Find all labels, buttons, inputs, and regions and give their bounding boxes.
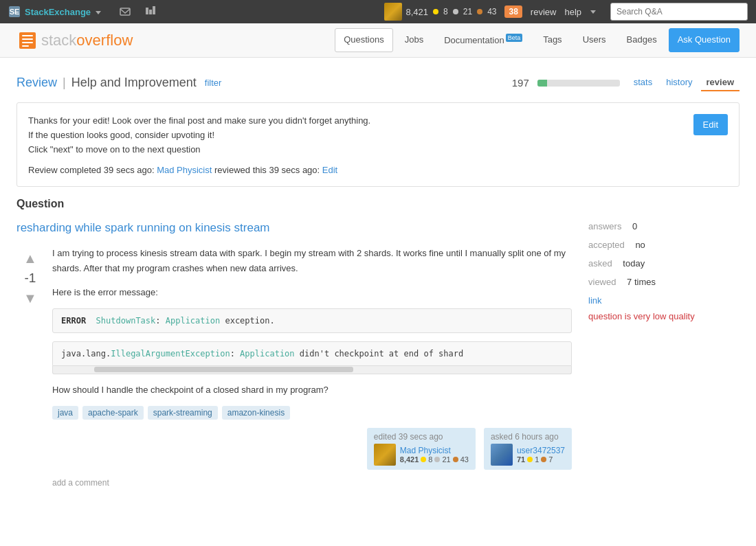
topbar-icons xyxy=(115,2,159,21)
add-comment-link[interactable]: add a comment xyxy=(52,478,572,488)
asked-user-rep: 71 xyxy=(517,455,525,464)
tag-apache-spark[interactable]: apache-spark xyxy=(82,406,144,420)
question-area: resharding while spark running on kinesi… xyxy=(16,221,740,487)
edited-user-name[interactable]: Mad Physicist xyxy=(400,446,451,455)
edited-user-details: Mad Physicist 8,421 8 21 43 xyxy=(400,446,469,464)
nav-jobs[interactable]: Jobs xyxy=(396,28,432,52)
body-paragraph-3: How should I handle the checkpoint of a … xyxy=(52,383,572,398)
user-avatar-small xyxy=(384,3,402,21)
tag-spark-streaming[interactable]: spark-streaming xyxy=(148,406,218,420)
downvote-button[interactable]: ▼ xyxy=(21,288,40,308)
tab-stats[interactable]: stats xyxy=(628,74,658,91)
review-tabs: stats history review xyxy=(628,74,740,91)
svg-rect-5 xyxy=(149,10,152,14)
tab-history[interactable]: history xyxy=(660,74,698,91)
edited-gold-count: 8 xyxy=(428,455,432,464)
stat-asked: asked today xyxy=(588,258,740,269)
progress-fill xyxy=(537,80,547,87)
viewed-value: 7 times xyxy=(627,277,656,287)
post-text: I am trying to process kinesis stream da… xyxy=(52,246,572,299)
asked-bronze-count: 7 xyxy=(548,455,553,464)
notice-content: Thanks for your edit! Look over the fina… xyxy=(28,114,682,175)
nav-questions[interactable]: Questions xyxy=(335,28,393,52)
nav-ask-question[interactable]: Ask Question xyxy=(669,28,740,52)
code-block-2: java.lang.IllegalArgumentException: Appl… xyxy=(52,341,572,374)
svg-rect-11 xyxy=(22,42,33,43)
help-link[interactable]: help xyxy=(564,7,581,17)
main-header: stackoverflow Questions Jobs Documentati… xyxy=(0,23,756,58)
answers-label: answers xyxy=(588,221,621,231)
review-breadcrumb-link[interactable]: Review xyxy=(16,76,57,90)
review-link[interactable]: review xyxy=(531,7,557,17)
so-logo[interactable]: stackoverflow xyxy=(16,30,133,52)
achievements-icon[interactable] xyxy=(140,2,159,21)
notice-review-info: Review completed 39 secs ago: Mad Physic… xyxy=(28,165,682,175)
progress-count: 197 xyxy=(512,77,529,89)
question-sidebar: answers 0 accepted no asked today viewed… xyxy=(588,221,740,487)
nav-documentation[interactable]: DocumentationBeta xyxy=(435,28,531,52)
nav-badges[interactable]: Badges xyxy=(618,28,666,52)
tag-amazon-kinesis[interactable]: amazon-kinesis xyxy=(222,406,290,420)
body-paragraph-1: I am trying to process kinesis stream da… xyxy=(52,246,572,276)
review-filter-link[interactable]: filter xyxy=(205,78,222,88)
reviewer-link[interactable]: Mad Physicist xyxy=(157,165,212,175)
tag-java[interactable]: java xyxy=(52,406,78,420)
asked-user-avatar xyxy=(491,444,513,466)
nav-tags[interactable]: Tags xyxy=(534,28,570,52)
accepted-value: no xyxy=(635,240,645,250)
dropdown-icon xyxy=(95,9,102,16)
edited-user-info: Mad Physicist 8,421 8 21 43 xyxy=(374,444,469,466)
edited-user-badges: 8,421 8 21 43 xyxy=(400,455,469,464)
review-queue-title: Help and Improvement xyxy=(71,76,197,90)
page-content: Review | Help and Improvement filter 197… xyxy=(0,58,756,488)
question-link-sidebar[interactable]: link xyxy=(588,295,740,306)
stackexchange-logo[interactable]: SE StackExchange xyxy=(8,5,102,18)
stat-accepted: accepted no xyxy=(588,240,740,250)
svg-rect-3 xyxy=(120,8,130,15)
brand-name: StackExchange xyxy=(25,7,91,17)
so-logo-text: stackoverflow xyxy=(41,32,133,49)
reviewed-text: reviewed this 39 secs ago: xyxy=(214,165,320,175)
svg-rect-10 xyxy=(22,38,33,40)
asked-user-name[interactable]: user3472537 xyxy=(517,446,565,455)
svg-marker-7 xyxy=(590,10,596,14)
review-count-badge[interactable]: 38 xyxy=(504,5,522,18)
section-title: Question xyxy=(16,198,740,210)
answers-value: 0 xyxy=(632,221,637,231)
notice-line2: If the question looks good, consider upv… xyxy=(28,128,682,143)
so-logo-icon xyxy=(16,30,38,52)
gold-dot xyxy=(433,9,438,14)
tab-review[interactable]: review xyxy=(701,74,740,91)
review-separator: | xyxy=(63,76,66,90)
stat-answers: answers 0 xyxy=(588,221,740,231)
post-body: I am trying to process kinesis stream da… xyxy=(52,246,572,487)
quality-link[interactable]: question is very low quality xyxy=(588,311,740,321)
edited-user-avatar xyxy=(374,444,396,466)
question-title-link[interactable]: resharding while spark running on kinesi… xyxy=(16,221,572,235)
asked-gold-dot xyxy=(527,457,533,462)
code-scrollbar-thumb xyxy=(94,367,353,372)
edited-silver-count: 21 xyxy=(442,455,450,464)
review-progress: 197 stats history review xyxy=(512,74,740,91)
review-action-link[interactable]: Edit xyxy=(322,165,337,175)
upvote-button[interactable]: ▲ xyxy=(21,249,40,268)
edit-button[interactable]: Edit xyxy=(693,114,728,135)
question-post: ▲ -1 ▼ I am trying to process kinesis st… xyxy=(16,246,572,487)
notice-line3: Click "next" to move on to the next ques… xyxy=(28,143,682,157)
nav-users[interactable]: Users xyxy=(574,28,615,52)
asked-user-info: user3472537 71 1 7 xyxy=(491,444,565,466)
bronze-dot xyxy=(477,9,482,14)
asked-user-badges: 71 1 7 xyxy=(517,455,565,464)
svg-marker-2 xyxy=(96,11,101,14)
notice-box: Thanks for your edit! Look over the fina… xyxy=(16,102,740,187)
code-scrollbar[interactable] xyxy=(52,366,572,374)
inbox-icon[interactable] xyxy=(115,2,135,21)
asked-gold-count: 1 xyxy=(535,455,539,464)
stat-viewed: viewed 7 times xyxy=(588,277,740,287)
progress-bar xyxy=(537,80,620,87)
asked-label: asked xyxy=(588,258,612,269)
edited-bronze-dot xyxy=(453,457,458,462)
review-completed-text: Review completed 39 secs ago: xyxy=(28,165,155,175)
svg-rect-4 xyxy=(146,8,148,14)
search-input[interactable] xyxy=(610,3,748,21)
